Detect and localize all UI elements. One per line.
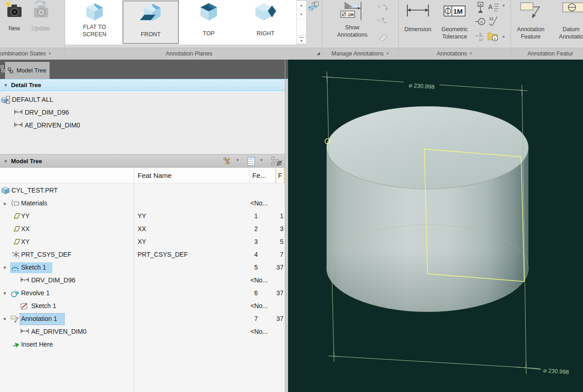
tree-settings-dropdown-icon[interactable]: ▼ [236, 158, 239, 162]
annotation-folder-icon[interactable]: A [487, 30, 499, 41]
cylinder-solid[interactable] [327, 106, 528, 312]
model-tree-tab-icon [8, 67, 14, 73]
add-annotation-arrow-icon[interactable]: + [377, 3, 389, 12]
tree-show-hide-icon[interactable] [271, 156, 283, 166]
group-annotation-planes: Annotation Planes [65, 48, 313, 60]
erase-annotation-icon[interactable] [378, 33, 389, 42]
tree-row-ae-driven-dim[interactable]: AE_DRIVEN_DIM0 <No... [0, 326, 285, 338]
annotation-plane-manager-icon[interactable] [308, 1, 320, 12]
gallery-scroll-up-button[interactable]: ▲ [297, 1, 306, 10]
group-manage-annotations[interactable]: Manage Annotations▼ [322, 48, 398, 60]
group-annotation-features[interactable]: Annotation Featur [511, 48, 583, 60]
expand-icon[interactable]: ▶ [4, 201, 7, 206]
tree-row-sketch1[interactable]: ▼ Sketch 1 5 37 [0, 261, 285, 274]
detail-item-default-all[interactable]: DEFAULT ALL [0, 94, 285, 106]
group-combination-states[interactable]: ombination States▼ [0, 48, 63, 60]
column-feat-name[interactable]: Feat Name [138, 171, 172, 179]
tab-model-tree[interactable]: Model Tree [5, 62, 50, 79]
note-icon[interactable]: A [488, 2, 499, 11]
geometric-tolerance-button[interactable]: 1M Geometric Tolerance [436, 1, 473, 40]
svg-text:A: A [494, 37, 496, 41]
collapse-icon[interactable]: ▼ [3, 291, 7, 296]
svg-text:+: + [377, 3, 381, 10]
tree-row-plane-xy[interactable]: XY XY 3 5 [0, 236, 285, 248]
tree-row-fe: <No... [250, 199, 268, 207]
new-combined-state-button[interactable]: New [2, 1, 27, 32]
driven-dimension-icon [20, 328, 29, 335]
new-button-label: New [8, 25, 20, 32]
tree-row-drv-dim[interactable]: d DRV_DIM_D96 <No... [0, 274, 285, 287]
column-fe[interactable]: Fe... [252, 171, 266, 179]
model-tree-title: Model Tree [11, 158, 42, 165]
show-annotations-button[interactable]: .1M Show Annotations [327, 1, 378, 39]
group-annotations-label: Annotations [437, 50, 467, 57]
tree-row-part[interactable]: CYL_TEST.PRT [0, 184, 285, 197]
column-divider-highlight[interactable] [276, 168, 276, 183]
annotation-feature-icon [10, 315, 19, 323]
datum-annotation-icon [557, 1, 583, 22]
update-combined-state-button[interactable]: Update [28, 1, 54, 32]
collapse-icon[interactable]: ▼ [3, 317, 7, 321]
datum-target-icon[interactable]: A [476, 2, 485, 14]
note-dropdown-icon[interactable]: ▼ [502, 4, 505, 8]
tree-row-label: CYL_TEST.PRT [11, 187, 58, 194]
detail-item-ae-driven-dim[interactable]: AE_DRIVEN_DIM0 [0, 119, 285, 132]
tree-row-revolve1[interactable]: ▼ Revolve 1 6 37 [0, 287, 285, 300]
tree-row-f: 3 [265, 225, 283, 232]
tree-row-label: AE_DRIVEN_DIM0 [31, 328, 87, 335]
model-tree-collapse-icon[interactable]: ▼ [4, 159, 8, 164]
annotation-feature-button[interactable]: Annotation Feature [513, 1, 549, 40]
column-divider-highlight[interactable] [284, 168, 284, 183]
folder-dropdown-icon[interactable]: ▼ [502, 35, 505, 39]
tree-row-label: Materials [21, 199, 47, 207]
top-cube-icon [198, 0, 219, 23]
plane-right-button[interactable]: RIGHT [239, 0, 293, 44]
tree-filters-icon[interactable] [247, 157, 256, 166]
tree-row-label: DRV_DIM_D96 [31, 276, 75, 284]
gallery-scroll-down-button[interactable]: ▼ [297, 10, 306, 19]
plane-top-button[interactable]: TOP [182, 0, 236, 44]
dimension-button[interactable]: Dimension [401, 1, 435, 33]
tree-filters-dropdown-icon[interactable]: ▼ [260, 158, 263, 162]
column-f[interactable]: F [278, 171, 282, 179]
gallery-expand-button[interactable]: ▼ [297, 35, 306, 44]
remove-annotation-arrow-icon[interactable]: − [377, 17, 389, 26]
datum-annotation-button[interactable]: Datum Annotatio [550, 1, 583, 40]
detail-tree-collapse-icon[interactable]: ▼ [4, 83, 8, 88]
materials-icon [11, 199, 19, 207]
tree-row-annotation1[interactable]: ▼ Annotation 1 7 37 [0, 313, 285, 326]
tree-row-f: 7 [265, 251, 283, 258]
plane-front-button[interactable]: FRONT [122, 0, 179, 44]
panel-splitter[interactable] [285, 60, 288, 392]
sketch-feature-icon [11, 264, 19, 272]
navigator-handle-icon[interactable] [0, 64, 5, 75]
tree-row-insert-here[interactable]: Insert Here [0, 338, 285, 351]
plane-flat-to-screen-button[interactable]: FLAT TO SCREEN [69, 0, 120, 44]
tree-settings-icon[interactable] [223, 157, 232, 166]
datum-feature-icon[interactable]: A [475, 17, 486, 27]
tree-row-label: YY [21, 212, 30, 220]
column-divider[interactable] [250, 168, 250, 183]
surface-finish-icon[interactable]: 32 [488, 16, 500, 27]
graphics-area[interactable]: ⌀ 230.998 ⌀ 230.998 [288, 60, 583, 392]
annotation-planes-dialog-launcher[interactable]: ◢ [315, 50, 322, 56]
dimension-icon [405, 1, 431, 22]
geometric-tolerance-icon: 1M [443, 1, 466, 22]
gallery-scrollbar: ▲ ▼ ▼ [296, 0, 306, 44]
model-view[interactable]: ⌀ 230.998 ⌀ 230.998 [288, 60, 583, 392]
tree-row-fe: 5 [238, 264, 258, 271]
tree-row-plane-xx[interactable]: XX XX 2 3 [0, 223, 285, 236]
ordinate-dimension-icon[interactable]: 0 12 [475, 31, 486, 41]
tree-row-materials[interactable]: ▶ Materials <No... [0, 197, 285, 210]
tree-row-sketch1-child[interactable]: Sketch 1 <No... [0, 300, 285, 313]
tree-row-label: Sketch 1 [31, 302, 56, 309]
tree-row-csys[interactable]: y x PRT_CSYS_DEF PRT_CSYS_DEF 4 7 [0, 248, 285, 261]
collapse-icon[interactable]: ▼ [3, 265, 7, 270]
group-manage-annotations-label: Manage Annotations [332, 50, 384, 57]
tree-row-plane-yy[interactable]: YY YY 1 1 [0, 210, 285, 223]
detail-item-drv-dim[interactable]: d DRV_DIM_D96 [0, 106, 285, 119]
revolve-feature-icon [11, 289, 19, 298]
column-divider[interactable] [134, 168, 134, 183]
group-annotations[interactable]: Annotations▼ [399, 48, 511, 60]
detail-tree-header[interactable]: ▼ Detail Tree [0, 79, 285, 91]
